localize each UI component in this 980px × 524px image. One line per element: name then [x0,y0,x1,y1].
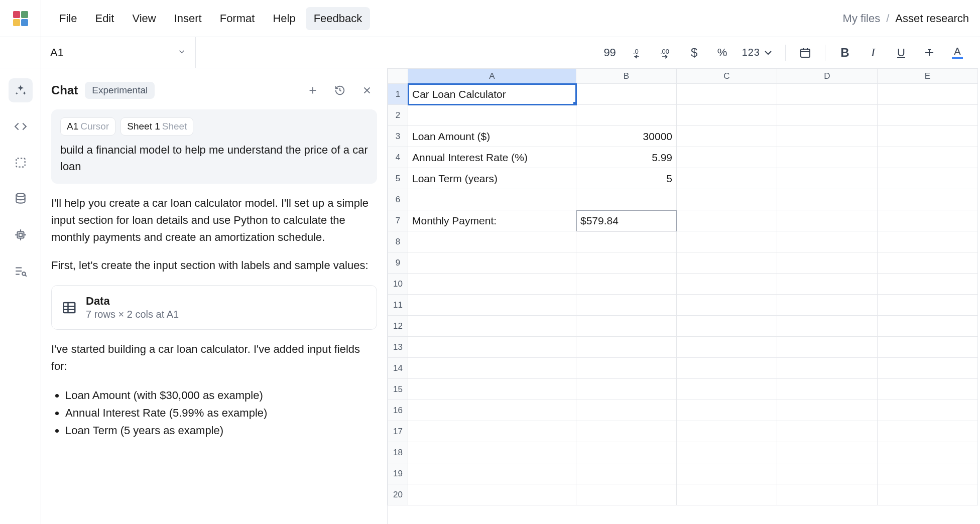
cell-D14[interactable] [777,358,878,379]
search-list-button[interactable] [9,259,33,283]
context-chip-sheet[interactable]: Sheet 1Sheet [120,117,193,136]
row-header[interactable]: 14 [388,358,408,379]
cell-D15[interactable] [777,379,878,400]
cell-D5[interactable] [777,168,878,189]
row-header[interactable]: 20 [388,484,408,505]
cell-B15[interactable] [576,379,677,400]
cell-A3[interactable]: Loan Amount ($) [408,126,576,147]
cell-B19[interactable] [576,463,677,484]
cell-A20[interactable] [408,484,576,505]
cell-C3[interactable] [677,126,777,147]
cell-B6[interactable] [576,189,677,210]
context-chip-cursor[interactable]: A1Cursor [60,117,115,136]
cell-B8[interactable] [576,231,677,252]
row-header[interactable]: 2 [388,105,408,126]
cell-B16[interactable] [576,400,677,421]
cell-A10[interactable] [408,274,576,295]
history-button[interactable] [330,80,350,100]
row-header[interactable]: 17 [388,421,408,442]
row-header[interactable]: 13 [388,337,408,358]
cell-E11[interactable] [878,295,978,316]
cell-E1[interactable] [878,84,978,105]
cell-C9[interactable] [677,252,777,274]
cell-A1[interactable]: Car Loan Calculator [408,84,576,105]
cell-C2[interactable] [677,105,777,126]
row-header[interactable]: 11 [388,295,408,316]
cell-A6[interactable] [408,189,576,210]
cell-A13[interactable] [408,337,576,358]
row-header[interactable]: 18 [388,442,408,463]
cell-E15[interactable] [878,379,978,400]
cell-C1[interactable] [677,84,777,105]
cell-C5[interactable] [677,168,777,189]
cell-C19[interactable] [677,463,777,484]
cell-A14[interactable] [408,358,576,379]
new-chat-button[interactable] [303,80,323,100]
cell-A5[interactable]: Loan Term (years) [408,168,576,189]
cell-A15[interactable] [408,379,576,400]
row-header[interactable]: 19 [388,463,408,484]
cell-D9[interactable] [777,252,878,274]
underline-button[interactable]: U [888,42,915,64]
cell-B4[interactable]: 5.99 [576,147,677,168]
cell-C16[interactable] [677,400,777,421]
column-header-C[interactable]: C [677,69,777,84]
currency-format-button[interactable]: $ [681,42,708,64]
bold-button[interactable]: B [831,42,859,64]
column-header-B[interactable]: B [576,69,677,84]
cell-E20[interactable] [878,484,978,505]
cell-D1[interactable] [777,84,878,105]
ai-sparkle-button[interactable] [9,78,33,102]
date-format-button[interactable] [792,42,819,64]
row-header[interactable]: 16 [388,400,408,421]
code-button[interactable] [9,114,33,139]
cell-C13[interactable] [677,337,777,358]
close-chat-button[interactable] [357,80,377,100]
breadcrumb-current[interactable]: Asset research [895,12,969,25]
row-header[interactable]: 12 [388,316,408,337]
cell-D7[interactable] [777,210,878,231]
cell-D20[interactable] [777,484,878,505]
cell-C4[interactable] [677,147,777,168]
column-header-A[interactable]: A [408,69,576,84]
cell-B13[interactable] [576,337,677,358]
cell-D6[interactable] [777,189,878,210]
cell-D13[interactable] [777,337,878,358]
cell-A4[interactable]: Annual Interest Rate (%) [408,147,576,168]
cell-E13[interactable] [878,337,978,358]
cell-B12[interactable] [576,316,677,337]
percent-format-button[interactable]: % [709,42,736,64]
increase-decimal-button[interactable]: .00 [653,42,680,64]
row-header[interactable]: 9 [388,252,408,274]
cell-D19[interactable] [777,463,878,484]
cell-D4[interactable] [777,147,878,168]
cell-A18[interactable] [408,442,576,463]
menu-format[interactable]: Format [212,7,263,30]
menu-feedback[interactable]: Feedback [306,7,371,30]
cell-C8[interactable] [677,231,777,252]
cell-B20[interactable] [576,484,677,505]
decrease-decimal-button[interactable]: .0 [625,42,652,64]
row-header[interactable]: 8 [388,231,408,252]
database-button[interactable] [9,187,33,211]
cell-A19[interactable] [408,463,576,484]
menu-insert[interactable]: Insert [166,7,210,30]
cell-B10[interactable] [576,274,677,295]
cell-A12[interactable] [408,316,576,337]
cell-E12[interactable] [878,316,978,337]
cell-D10[interactable] [777,274,878,295]
column-header-D[interactable]: D [777,69,878,84]
row-header[interactable]: 4 [388,147,408,168]
app-logo[interactable] [0,0,41,37]
cell-E6[interactable] [878,189,978,210]
cell-A9[interactable] [408,252,576,274]
menu-file[interactable]: File [51,7,85,30]
cell-E9[interactable] [878,252,978,274]
cell-C6[interactable] [677,189,777,210]
cell-D11[interactable] [777,295,878,316]
cell-E8[interactable] [878,231,978,252]
row-header[interactable]: 15 [388,379,408,400]
cell-E10[interactable] [878,274,978,295]
cell-C11[interactable] [677,295,777,316]
cell-B3[interactable]: 30000 [576,126,677,147]
